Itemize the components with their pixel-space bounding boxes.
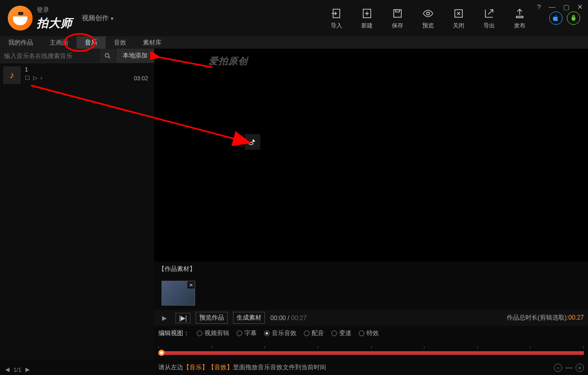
playback-bar: ▶ |▶| 预览作品 生成素材 00:00 / 00:27 作品总时长(剪辑选取… — [154, 310, 588, 326]
generate-material-button[interactable]: 生成素材 — [233, 312, 265, 324]
materials-label: 【作品素材】 — [154, 262, 588, 277]
page-prev-button[interactable]: ◀ — [5, 366, 9, 373]
svg-point-7 — [249, 142, 253, 145]
hint-bar: 请从左边【音乐】【音效】里面拖放音乐音效文件到当前时间 − ⎼⎼ + — [154, 360, 588, 375]
edit-view-label: 编辑视图： — [158, 329, 189, 338]
preview-button[interactable]: 预览 — [422, 7, 434, 30]
publish-label: 发布 — [514, 22, 525, 30]
new-label: 新建 — [361, 22, 373, 30]
login-link[interactable]: 登录 — [37, 6, 72, 15]
preview-icon — [422, 7, 434, 20]
edit-view-bar: 编辑视图： 视频剪辑 字幕 音乐音效 配音 变速 特效 — [154, 326, 588, 341]
zoom-controls: − ⎼⎼ + — [554, 364, 584, 372]
sidebar: 本地添加 ♪ 1 ☐ ▷ › 03:02 — [0, 49, 154, 360]
pager: ◀ 1/1 ▶ — [5, 366, 30, 373]
music-more-icon[interactable]: › — [40, 75, 42, 81]
minimize-icon[interactable]: — — [549, 3, 555, 11]
export-button[interactable]: 导出 — [483, 7, 495, 30]
page-indicator: 1/1 — [13, 367, 21, 373]
radio-musicfx[interactable]: 音乐音效 — [264, 329, 297, 338]
time-display: 00:00 / 00:27 — [270, 314, 306, 322]
search-row: 本地添加 — [0, 49, 154, 63]
svg-point-4 — [427, 12, 430, 15]
save-label: 保存 — [392, 22, 403, 30]
material-thumbnail[interactable] — [161, 281, 195, 306]
close-label: 关闭 — [453, 22, 464, 30]
radio-videoclip[interactable]: 视频剪辑 — [197, 329, 229, 338]
timeline[interactable] — [154, 341, 588, 360]
radio-effects[interactable]: 特效 — [359, 329, 379, 338]
app-name: 拍大师 — [37, 16, 72, 31]
tab-library[interactable]: 素材库 — [135, 36, 170, 49]
radio-speed[interactable]: 变速 — [331, 329, 351, 338]
zoom-slider-icon[interactable]: ⎼⎼ — [565, 364, 572, 371]
new-button[interactable]: 新建 — [361, 7, 373, 30]
svg-rect-2 — [394, 9, 402, 17]
preview-area[interactable]: 爱拍原创 — [154, 49, 588, 262]
materials-section: 【作品素材】 — [154, 262, 588, 310]
music-queue-icon[interactable]: ☐ — [25, 75, 30, 81]
tab-music[interactable]: 音乐 — [77, 36, 106, 49]
music-item-duration: 03:02 — [134, 75, 151, 81]
tab-myworks[interactable]: 我的作品 — [0, 36, 41, 49]
close-icon — [452, 7, 465, 20]
preview-label: 预览 — [422, 22, 434, 30]
radio-subtitle[interactable]: 字幕 — [237, 329, 257, 338]
new-icon — [361, 7, 373, 20]
search-button[interactable] — [100, 49, 115, 63]
timeline-handle[interactable] — [158, 350, 165, 356]
maximize-icon[interactable]: ▢ — [563, 3, 569, 11]
total-duration: 作品总时长(剪辑选取):00:27 — [507, 313, 584, 322]
local-add-button[interactable]: 本地添加 — [115, 49, 154, 63]
music-play-icon[interactable]: ▷ — [33, 75, 37, 81]
android-icon[interactable] — [567, 11, 580, 25]
publish-button[interactable]: 发布 — [513, 7, 526, 30]
close-button[interactable]: 关闭 — [452, 7, 465, 30]
music-note-icon: ♪ — [3, 66, 21, 84]
export-label: 导出 — [483, 22, 495, 30]
tabs: 我的作品 主画面 音乐 音效 素材库 — [0, 36, 588, 49]
import-icon — [330, 7, 343, 20]
export-icon — [483, 7, 495, 20]
timeline-track[interactable] — [158, 351, 584, 355]
zoom-in-button[interactable]: + — [576, 364, 584, 372]
zoom-out-button[interactable]: − — [554, 364, 562, 372]
save-icon — [391, 7, 404, 20]
search-input[interactable] — [0, 49, 100, 63]
grab-cursor-icon — [245, 134, 260, 150]
music-item[interactable]: ♪ 1 ☐ ▷ › 03:02 — [0, 63, 154, 87]
help-icon[interactable]: ? — [537, 3, 541, 11]
header: 登录 拍大师 视频创作 导入 新建 保存 预览 关闭 导出 — [0, 0, 588, 36]
app-logo — [8, 6, 33, 31]
radio-dub[interactable]: 配音 — [304, 329, 324, 338]
main: 爱拍原创 【作品素材】 ▶ |▶| 预览作品 生成素材 00:00 / 00:2… — [154, 49, 588, 375]
footer: ◀ 1/1 ▶ — [0, 366, 154, 373]
page-next-button[interactable]: ▶ — [25, 366, 30, 373]
step-button[interactable]: |▶| — [175, 313, 190, 323]
publish-icon — [513, 7, 526, 20]
apple-icon[interactable] — [549, 11, 563, 25]
play-button[interactable]: ▶ — [158, 313, 170, 323]
tab-soundfx[interactable]: 音效 — [106, 36, 135, 49]
preview-work-button[interactable]: 预览作品 — [196, 312, 228, 324]
import-label: 导入 — [331, 22, 342, 30]
mode-select[interactable]: 视频创作 — [82, 13, 113, 23]
tab-mainscreen[interactable]: 主画面 — [41, 36, 77, 49]
music-item-number: 1 — [25, 66, 151, 73]
window-controls: ? — ▢ ✕ — [537, 3, 583, 11]
svg-rect-3 — [395, 9, 399, 12]
save-button[interactable]: 保存 — [391, 7, 404, 30]
import-button[interactable]: 导入 — [330, 7, 343, 30]
music-item-actions: ☐ ▷ › — [25, 75, 42, 81]
close-window-icon[interactable]: ✕ — [577, 3, 583, 11]
svg-point-6 — [105, 53, 109, 57]
watermark: 爱拍原创 — [209, 55, 248, 67]
